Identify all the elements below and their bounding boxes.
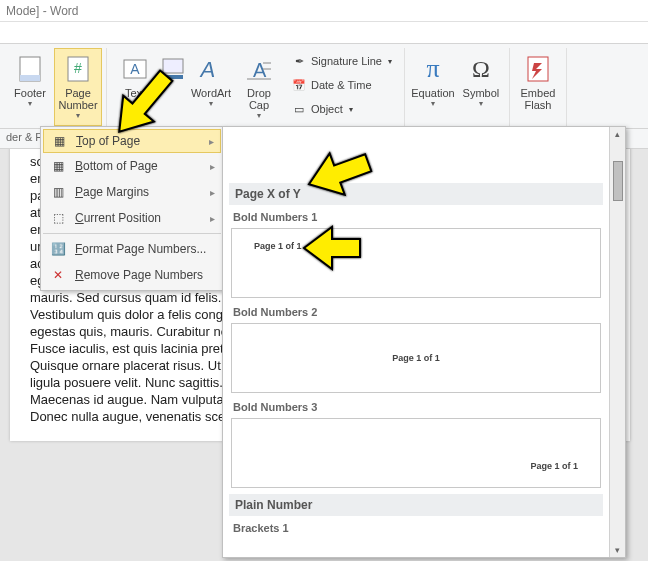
menu-top-of-page[interactable]: ▦ TTop of Pageop of Page ▸ <box>43 129 221 153</box>
equation-button[interactable]: π Equation▾ <box>409 48 457 126</box>
drop-cap-icon: A <box>243 53 275 85</box>
scroll-thumb[interactable] <box>613 161 623 201</box>
embed-flash-button[interactable]: Embed Flash <box>514 48 562 126</box>
svg-text:A: A <box>130 61 140 77</box>
menu-remove-page-numbers[interactable]: ✕ Remove Page Numbers <box>43 262 221 288</box>
date-time-button[interactable]: 📅Date & Time <box>287 74 396 96</box>
gallery-item-bold3[interactable]: Page 1 of 1 <box>231 418 601 488</box>
scroll-down-icon[interactable]: ▾ <box>610 543 625 557</box>
page-number-gallery: Page X of Y Bold Numbers 1 Page 1 of 1 B… <box>222 126 626 558</box>
gallery-group-plain-number: Plain Number <box>229 494 603 516</box>
wordart-button[interactable]: A WordArt▾ <box>187 48 235 126</box>
gallery-item-bold1[interactable]: Page 1 of 1 <box>231 228 601 298</box>
page-number-icon: # <box>62 53 94 85</box>
footer-button[interactable]: Footer▾ <box>6 48 54 126</box>
object-button[interactable]: ▭Object ▾ <box>287 98 396 120</box>
gallery-item-bold2[interactable]: Page 1 of 1 <box>231 323 601 393</box>
quick-parts-icon <box>157 53 189 85</box>
signature-line-button[interactable]: ✒Signature Line ▾ <box>287 50 396 72</box>
chevron-right-icon: ▸ <box>210 161 215 172</box>
text-box-button[interactable]: A Text Box▾ <box>111 48 159 126</box>
text-box-icon: A <box>119 53 151 85</box>
ribbon-toolbar: Footer▾ # Page Number▾ A Text Box▾ A Wor… <box>0 44 648 129</box>
margins-icon: ▥ <box>49 183 67 201</box>
footer-icon <box>14 53 46 85</box>
menu-page-margins[interactable]: ▥ Page Margins ▸ <box>43 179 221 205</box>
bottom-page-icon: ▦ <box>49 157 67 175</box>
symbol-button[interactable]: Ω Symbol▾ <box>457 48 505 126</box>
chevron-right-icon: ▸ <box>209 136 214 147</box>
svg-text:A: A <box>199 57 218 82</box>
top-page-icon: ▦ <box>50 132 68 150</box>
window-title: Mode] - Word <box>0 0 648 22</box>
object-icon: ▭ <box>291 101 307 117</box>
current-pos-icon: ⬚ <box>49 209 67 227</box>
page-number-button[interactable]: # Page Number▾ <box>54 48 102 126</box>
ribbon-tabs[interactable] <box>0 22 648 44</box>
drop-cap-button[interactable]: A Drop Cap▾ <box>235 48 283 126</box>
quick-parts-button[interactable] <box>159 48 187 126</box>
symbol-icon: Ω <box>465 53 497 85</box>
svg-rect-1 <box>20 75 40 81</box>
signature-icon: ✒ <box>291 53 307 69</box>
flash-icon <box>522 53 554 85</box>
date-time-icon: 📅 <box>291 77 307 93</box>
chevron-right-icon: ▸ <box>210 213 215 224</box>
menu-separator <box>43 233 221 234</box>
menu-current-position[interactable]: ⬚ Current Position ▸ <box>43 205 221 231</box>
remove-icon: ✕ <box>49 266 67 284</box>
format-icon: 🔢 <box>49 240 67 258</box>
gallery-group-page-x-of-y: Page X of Y <box>229 183 603 205</box>
scroll-up-icon[interactable]: ▴ <box>610 127 625 141</box>
page-number-menu: ▦ TTop of Pageop of Page ▸ ▦ Bottom of P… <box>40 126 224 291</box>
gallery-item-bold2-label: Bold Numbers 2 <box>229 304 603 320</box>
menu-format-page-numbers[interactable]: 🔢 Format Page Numbers... <box>43 236 221 262</box>
svg-text:A: A <box>253 59 267 81</box>
menu-bottom-of-page[interactable]: ▦ Bottom of Page ▸ <box>43 153 221 179</box>
wordart-icon: A <box>195 53 227 85</box>
gallery-scrollbar[interactable]: ▴ ▾ <box>609 127 625 557</box>
svg-text:#: # <box>74 60 82 76</box>
gallery-item-bold1-label: Bold Numbers 1 <box>229 209 603 225</box>
chevron-right-icon: ▸ <box>210 187 215 198</box>
gallery-item-brackets1-label: Brackets 1 <box>229 520 603 536</box>
equation-icon: π <box>417 53 449 85</box>
svg-rect-6 <box>163 59 183 73</box>
svg-rect-7 <box>163 75 183 79</box>
gallery-item-bold3-label: Bold Numbers 3 <box>229 399 603 415</box>
